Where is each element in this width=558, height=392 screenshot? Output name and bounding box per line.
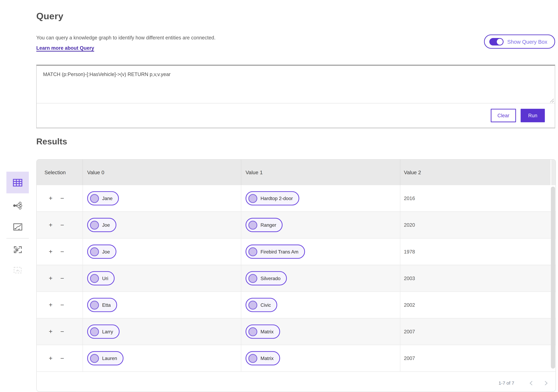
selection-graph-icon xyxy=(13,245,22,254)
selection-disabled-icon xyxy=(13,266,22,274)
year-value: 1978 xyxy=(404,249,415,255)
add-to-selection-button[interactable]: + xyxy=(49,222,52,228)
year-value: 2007 xyxy=(404,355,415,361)
table-row: + − Larry Matrix 2007 xyxy=(37,318,556,345)
learn-more-link[interactable]: Learn more about Query xyxy=(36,45,94,51)
entity-node-icon xyxy=(90,327,99,336)
value2-cell: 1978 xyxy=(400,239,556,265)
entity-chip[interactable]: Jane xyxy=(87,191,119,205)
table-row: + − Uri Silverado 2003 xyxy=(37,265,556,291)
entity-chip[interactable]: Larry xyxy=(87,325,120,339)
remove-from-selection-button[interactable]: − xyxy=(60,275,64,282)
add-to-selection-button[interactable]: + xyxy=(49,248,52,255)
show-query-box-toggle[interactable]: Show Query Box xyxy=(484,34,555,49)
add-to-selection-button[interactable]: + xyxy=(49,195,52,202)
entity-chip[interactable]: Matrix xyxy=(245,325,280,339)
table-row: + − Lauren Matrix 2007 xyxy=(37,345,556,371)
table-row: + − Jane Hardtop 2-door 2016 xyxy=(37,185,556,211)
toggle-switch-icon[interactable] xyxy=(489,38,504,45)
entity-chip[interactable]: Silverado xyxy=(245,271,287,285)
run-button[interactable]: Run xyxy=(521,108,545,122)
clear-button[interactable]: Clear xyxy=(491,108,516,122)
entity-node-icon xyxy=(90,221,99,229)
page-title: Query xyxy=(36,11,63,22)
sidebar-item-graph-view[interactable] xyxy=(7,201,29,210)
chevron-right-icon xyxy=(544,380,548,385)
entity-chip[interactable]: Ranger xyxy=(245,218,283,232)
entity-chip[interactable]: Etta xyxy=(87,298,117,312)
entity-node-icon xyxy=(248,247,257,256)
entity-chip-label: Matrix xyxy=(261,329,273,334)
page: Query You can query a knowledge graph to… xyxy=(0,0,558,392)
value2-cell: 2002 xyxy=(400,292,556,318)
add-to-selection-button[interactable]: + xyxy=(49,355,52,361)
year-value: 2007 xyxy=(404,329,415,334)
remove-from-selection-button[interactable]: − xyxy=(60,248,64,255)
value0-cell: Joe xyxy=(83,212,241,238)
entity-chip[interactable]: Matrix xyxy=(245,351,280,365)
entity-node-icon xyxy=(90,274,99,283)
selection-cell: + − xyxy=(37,292,83,318)
entity-chip[interactable]: Civic xyxy=(245,298,277,312)
sidebar-item-selection-graph[interactable] xyxy=(7,245,29,254)
query-actions: Clear Run xyxy=(37,103,555,127)
sidebar-item-map-route-view[interactable] xyxy=(7,222,29,231)
column-header-value1: Value 1 xyxy=(241,160,400,185)
entity-chip[interactable]: Firebird Trans Am xyxy=(245,245,305,259)
table-body: + − Jane Hardtop 2-door 2016 xyxy=(37,185,556,371)
value2-cell: 2003 xyxy=(400,265,556,292)
graph-view-icon xyxy=(13,201,22,209)
toggle-knob[interactable] xyxy=(497,39,503,45)
entity-node-icon xyxy=(248,327,257,336)
map-route-view-icon xyxy=(13,223,22,230)
results-table: Selection Value 0 Value 1 Value 2 + − Ja… xyxy=(36,159,556,392)
entity-node-icon xyxy=(248,274,257,283)
entity-chip-label: Uri xyxy=(102,276,108,281)
column-header-value0: Value 0 xyxy=(83,160,241,185)
entity-chip-label: Joe xyxy=(102,249,110,254)
value1-cell: Silverado xyxy=(241,265,400,292)
entity-node-icon xyxy=(248,354,257,363)
entity-node-icon xyxy=(248,221,257,229)
pagination-next-button[interactable] xyxy=(541,378,551,388)
add-to-selection-button[interactable]: + xyxy=(49,302,52,308)
value2-cell: 2016 xyxy=(400,185,556,211)
query-input[interactable]: MATCH (p:Person)-[:HasVehicle]->(v) RETU… xyxy=(37,66,555,103)
table-scrollbar-thumb[interactable] xyxy=(551,187,555,368)
sidebar-divider xyxy=(7,238,29,238)
entity-chip[interactable]: Joe xyxy=(87,218,116,232)
table-row: + − Joe Ranger 2020 xyxy=(37,211,556,238)
column-header-value2: Value 2 xyxy=(400,160,556,185)
entity-chip-label: Larry xyxy=(102,329,113,334)
selection-cell: + − xyxy=(37,345,83,371)
sidebar-item-table-view[interactable] xyxy=(7,172,29,193)
table-row: + − Etta Civic 2002 xyxy=(37,292,556,318)
chevron-left-icon xyxy=(529,380,532,385)
pagination-prev-button[interactable] xyxy=(526,378,536,388)
page-description: You can query a knowledge graph to ident… xyxy=(36,35,216,41)
value1-cell: Matrix xyxy=(241,345,400,371)
add-to-selection-button[interactable]: + xyxy=(49,328,52,335)
entity-node-icon xyxy=(248,300,257,309)
remove-from-selection-button[interactable]: − xyxy=(60,195,64,202)
add-to-selection-button[interactable]: + xyxy=(49,275,52,282)
pagination-range-label: 1-7 of 7 xyxy=(498,380,514,386)
selection-cell: + − xyxy=(37,318,83,345)
table-scrollbar-track xyxy=(551,160,556,185)
entity-chip[interactable]: Uri xyxy=(87,271,115,285)
year-value: 2020 xyxy=(404,222,415,228)
query-panel: MATCH (p:Person)-[:HasVehicle]->(v) RETU… xyxy=(36,65,555,128)
entity-node-icon xyxy=(90,300,99,309)
remove-from-selection-button[interactable]: − xyxy=(60,222,64,228)
entity-node-icon xyxy=(90,247,99,256)
entity-chip-label: Matrix xyxy=(261,356,273,361)
remove-from-selection-button[interactable]: − xyxy=(60,355,64,361)
entity-chip[interactable]: Lauren xyxy=(87,351,124,365)
value1-cell: Hardtop 2-door xyxy=(241,185,400,211)
entity-chip[interactable]: Hardtop 2-door xyxy=(245,191,299,205)
entity-chip-label: Civic xyxy=(261,302,271,308)
remove-from-selection-button[interactable]: − xyxy=(60,302,64,308)
remove-from-selection-button[interactable]: − xyxy=(60,328,64,335)
value2-cell: 2020 xyxy=(400,212,556,238)
entity-chip[interactable]: Joe xyxy=(87,245,116,259)
